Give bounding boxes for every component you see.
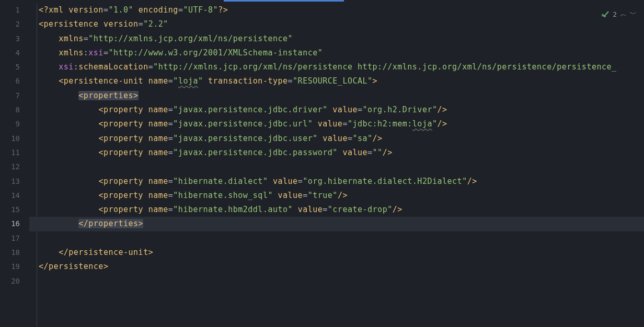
code-line[interactable]: xsi:schemaLocation="http://xmlns.jcp.org… bbox=[39, 60, 644, 74]
code-token: </ bbox=[39, 262, 49, 271]
line-number[interactable]: 4 bbox=[0, 46, 20, 60]
code-token bbox=[203, 76, 209, 86]
code-token: = bbox=[168, 205, 174, 214]
code-token: "javax.persistence.jdbc.password" bbox=[173, 148, 338, 157]
line-number[interactable]: 7 bbox=[0, 89, 20, 103]
code-line[interactable]: <property name="javax.persistence.jdbc.u… bbox=[39, 132, 644, 146]
code-token: = bbox=[358, 105, 363, 114]
code-line[interactable]: </persistence-unit> bbox=[39, 246, 644, 260]
code-token: name bbox=[148, 205, 168, 214]
code-token: xmlns bbox=[59, 48, 84, 57]
code-token: encoding bbox=[139, 5, 178, 15]
code-token bbox=[39, 62, 59, 72]
code-token: > bbox=[104, 262, 109, 271]
code-token: name bbox=[148, 177, 168, 186]
code-token: schemaLocation bbox=[78, 62, 148, 72]
code-token: "hibernate.hbm2ddl.auto" bbox=[173, 205, 293, 214]
code-line[interactable]: <property name="hibernate.dialect" value… bbox=[39, 174, 644, 189]
code-token: = bbox=[168, 105, 174, 114]
code-token: "" bbox=[373, 148, 383, 157]
code-line[interactable]: xmlns:xsi="http://www.w3.org/2001/XMLSch… bbox=[39, 46, 644, 60]
prev-highlight-icon[interactable]: ︿ bbox=[620, 9, 627, 19]
code-content[interactable]: <?xml version="1.0" encoding="UTF-8"?><p… bbox=[39, 3, 644, 288]
code-token: property bbox=[104, 134, 148, 143]
code-line[interactable]: <property name="javax.persistence.jdbc.p… bbox=[39, 146, 644, 160]
code-token: = bbox=[168, 76, 174, 86]
code-token: "http://xmlns.jcp.org/xml/ns/persistence… bbox=[88, 34, 293, 43]
line-number[interactable]: 10 bbox=[0, 132, 20, 146]
code-line[interactable]: <properties> bbox=[39, 89, 644, 103]
code-token: "RESOURCE_LOCAL" bbox=[293, 76, 373, 86]
line-number[interactable]: 11 bbox=[0, 146, 20, 160]
line-number[interactable]: 14 bbox=[0, 189, 20, 203]
code-line[interactable]: <property name="hibernate.show_sql" valu… bbox=[39, 189, 644, 203]
code-token: = bbox=[178, 5, 183, 15]
line-number[interactable]: 12 bbox=[0, 160, 20, 174]
code-token: "create-drop" bbox=[328, 205, 393, 214]
code-line[interactable]: <?xml version="1.0" encoding="UTF-8"?> bbox=[39, 3, 644, 17]
code-line[interactable]: 💡 </properties> bbox=[29, 217, 644, 231]
code-line[interactable]: </persistence> bbox=[39, 260, 644, 274]
code-token: persistence bbox=[44, 19, 104, 29]
code-token: < bbox=[98, 105, 104, 114]
code-token: </ bbox=[59, 248, 68, 257]
gutter-border bbox=[37, 3, 37, 327]
line-number[interactable]: 16 bbox=[0, 217, 20, 231]
code-token: version bbox=[68, 5, 104, 15]
code-token: "hibernate.show_sql" bbox=[173, 191, 273, 200]
line-number[interactable]: 19 bbox=[0, 260, 20, 274]
inspections-count: 2 bbox=[613, 10, 617, 18]
code-token: <properties> bbox=[78, 91, 138, 100]
line-number[interactable]: 9 bbox=[0, 117, 20, 131]
code-token: < bbox=[98, 148, 104, 157]
check-icon bbox=[601, 10, 610, 18]
code-line[interactable]: <persistence-unit name="loja" transactio… bbox=[39, 74, 644, 88]
code-token bbox=[39, 76, 59, 86]
code-token bbox=[39, 119, 98, 129]
code-line[interactable]: <property name="javax.persistence.jdbc.u… bbox=[39, 117, 644, 131]
code-token: "javax.persistence.jdbc.user" bbox=[173, 134, 317, 143]
code-token: = bbox=[168, 191, 174, 200]
inspections-widget[interactable]: 2 ︿ ﹀ bbox=[601, 9, 637, 19]
line-number[interactable]: 18 bbox=[0, 246, 20, 260]
line-number[interactable]: 2 bbox=[0, 17, 20, 31]
code-token bbox=[39, 205, 98, 214]
code-editor[interactable]: 1234567891011121314151617181920 <?xml ve… bbox=[0, 3, 644, 327]
code-token: = bbox=[323, 205, 328, 214]
code-token: /> bbox=[467, 177, 477, 186]
line-number[interactable]: 15 bbox=[0, 203, 20, 217]
code-token: name bbox=[148, 76, 168, 86]
code-token: " bbox=[198, 76, 203, 86]
code-token bbox=[39, 105, 98, 114]
code-line[interactable] bbox=[39, 160, 644, 174]
code-token: loja bbox=[178, 76, 198, 86]
code-token: " bbox=[173, 76, 178, 86]
line-number[interactable]: 6 bbox=[0, 74, 20, 88]
code-token bbox=[39, 248, 59, 257]
code-line[interactable]: <property name="javax.persistence.jdbc.d… bbox=[39, 103, 644, 117]
code-line[interactable] bbox=[39, 274, 644, 288]
line-number[interactable]: 5 bbox=[0, 60, 20, 74]
code-line[interactable]: <persistence version="2.2" bbox=[39, 17, 644, 31]
line-number[interactable]: 20 bbox=[0, 274, 20, 288]
code-token: < bbox=[98, 177, 104, 186]
code-token: = bbox=[303, 191, 308, 200]
line-number[interactable]: 3 bbox=[0, 32, 20, 46]
code-token: </properties> bbox=[78, 219, 143, 228]
code-area[interactable]: <?xml version="1.0" encoding="UTF-8"?><p… bbox=[29, 3, 644, 327]
code-token: name bbox=[148, 134, 168, 143]
code-line[interactable] bbox=[39, 231, 644, 246]
line-number[interactable]: 8 bbox=[0, 103, 20, 117]
code-token: "1.0" bbox=[108, 5, 133, 15]
line-number[interactable]: 1 bbox=[0, 3, 20, 17]
line-number[interactable]: 17 bbox=[0, 231, 20, 246]
next-highlight-icon[interactable]: ﹀ bbox=[630, 9, 637, 19]
code-token bbox=[338, 148, 343, 157]
code-token bbox=[318, 134, 323, 143]
line-number-gutter[interactable]: 1234567891011121314151617181920 bbox=[0, 3, 29, 327]
line-number[interactable]: 13 bbox=[0, 174, 20, 189]
code-token: name bbox=[148, 191, 168, 200]
code-token: value bbox=[278, 191, 303, 200]
code-line[interactable]: xmlns="http://xmlns.jcp.org/xml/ns/persi… bbox=[39, 32, 644, 46]
code-line[interactable]: <property name="hibernate.hbm2ddl.auto" … bbox=[39, 203, 644, 217]
